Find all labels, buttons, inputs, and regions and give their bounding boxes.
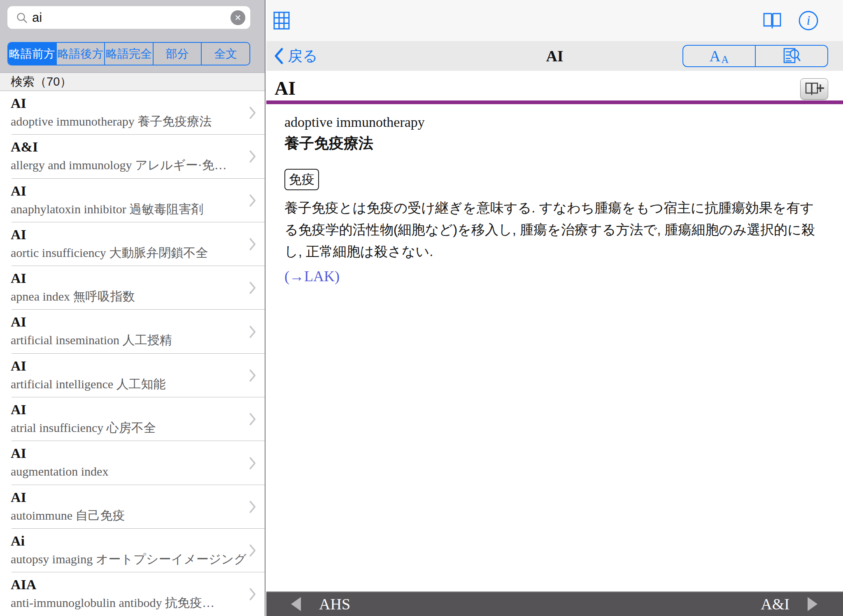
entry-term-english: adoptive immunotherapy <box>284 114 425 130</box>
top-toolbar: i <box>266 0 843 41</box>
clear-search-button[interactable]: ✕ <box>231 10 245 25</box>
next-entry-label: A&I <box>761 595 789 613</box>
result-term: AI <box>11 444 265 462</box>
grid-icon <box>273 11 290 30</box>
search-mode-tab[interactable]: 略語後方 <box>56 43 105 65</box>
result-subtitle: anaphylatoxin inhibitor 過敏毒阻害剤 <box>11 200 246 218</box>
result-row[interactable]: Ai autopsy imaging オートプシーイメージング <box>0 529 265 572</box>
result-term: Ai <box>11 532 265 550</box>
result-term: AI <box>11 94 265 112</box>
entry-pager-bar: AHS A&I <box>266 591 843 616</box>
search-mode-tab[interactable]: 略語完全 <box>104 43 153 65</box>
result-term: AIA <box>11 576 265 594</box>
result-term: AI <box>11 357 265 375</box>
back-label: 戻る <box>288 46 318 66</box>
result-row[interactable]: AI apnea index 無呼吸指数 <box>0 266 265 310</box>
category-tag: 免疫 <box>284 169 319 190</box>
grid-view-button[interactable] <box>273 0 290 41</box>
search-mode-tab[interactable]: 略語前方 <box>8 43 56 65</box>
info-button[interactable]: i <box>798 0 819 41</box>
entry-headword: AI <box>275 77 296 99</box>
font-size-button[interactable]: AA <box>683 46 755 66</box>
search-field[interactable]: ✕ <box>7 6 250 29</box>
prev-arrow-icon <box>291 597 301 611</box>
open-book-icon <box>762 12 782 30</box>
navigation-bar: 戻る AI AA <box>266 41 843 71</box>
back-button[interactable]: 戻る <box>274 41 318 71</box>
result-subtitle: aortic insufficiency 大動脈弁閉鎖不全 <box>11 244 246 262</box>
result-row[interactable]: AI atrial insufficiency 心房不全 <box>0 397 265 441</box>
results-count-label: 検索（70） <box>11 74 72 90</box>
chevron-right-icon <box>249 325 256 338</box>
chevron-right-icon <box>249 413 256 426</box>
chevron-right-icon <box>249 238 256 251</box>
entry-divider-rule <box>266 100 843 104</box>
result-row[interactable]: AI aortic insufficiency 大動脈弁閉鎖不全 <box>0 222 265 266</box>
result-term: AI <box>11 313 265 331</box>
chevron-right-icon <box>249 369 256 382</box>
sidebar: ✕ 略語前方 略語後方 略語完全 部分 全文 検索（70） AI adoptiv… <box>0 0 265 616</box>
results-list: AI adoptive immunotherapy 養子免疫療法 A&I all… <box>0 91 265 616</box>
see-also-link[interactable]: (→LAK) <box>284 268 340 285</box>
app: ✕ 略語前方 略語後方 略語完全 部分 全文 検索（70） AI adoptiv… <box>0 0 843 616</box>
result-term: AI <box>11 488 265 506</box>
bookmarks-button[interactable] <box>762 0 782 41</box>
search-in-page-button[interactable] <box>755 46 827 66</box>
result-subtitle: apnea index 無呼吸指数 <box>11 287 246 306</box>
search-area: ✕ 略語前方 略語後方 略語完全 部分 全文 <box>0 0 265 72</box>
result-subtitle: adoptive immunotherapy 養子免疫療法 <box>11 112 246 131</box>
result-row[interactable]: AIA anti-immunoglobulin antibody 抗免疫… <box>0 572 265 616</box>
book-plus-icon <box>804 82 824 96</box>
next-arrow-icon <box>808 597 817 611</box>
chevron-right-icon <box>249 588 256 601</box>
result-term: AI <box>11 182 265 200</box>
chevron-right-icon <box>249 500 256 513</box>
search-input[interactable] <box>32 10 231 25</box>
result-term: A&I <box>11 138 265 156</box>
result-row[interactable]: AI autoimmune 自己免疫 <box>0 485 265 529</box>
result-subtitle: atrial insufficiency 心房不全 <box>11 419 246 437</box>
result-row[interactable]: AI anaphylatoxin inhibitor 過敏毒阻害剤 <box>0 179 265 222</box>
search-mode-tab[interactable]: 全文 <box>201 43 249 65</box>
prev-entry-label: AHS <box>319 595 350 613</box>
result-subtitle: autoimmune 自己免疫 <box>11 506 246 525</box>
info-icon: i <box>798 10 819 31</box>
previous-entry-button[interactable]: AHS <box>291 595 350 613</box>
font-size-sub-label: A <box>721 54 729 65</box>
next-entry-button[interactable]: A&I <box>761 595 817 613</box>
result-subtitle: artificial intelligence 人工知能 <box>11 375 246 393</box>
nav-button-group: AA <box>682 45 828 67</box>
result-term: AI <box>11 401 265 419</box>
chevron-right-icon <box>249 457 256 470</box>
page-search-icon <box>782 47 801 65</box>
entry-term-japanese: 養子免疫療法 <box>284 133 373 154</box>
chevron-right-icon <box>249 544 256 557</box>
chevron-right-icon <box>249 106 256 119</box>
chevron-right-icon <box>249 194 256 207</box>
chevron-right-icon <box>249 281 256 294</box>
result-row[interactable]: AI artificial intelligence 人工知能 <box>0 354 265 397</box>
clear-icon: ✕ <box>235 13 242 23</box>
results-header: 検索（70） <box>0 72 265 91</box>
entry-content: AI adoptive immunotherapy 養子免疫療法 免疫 養子免疫… <box>266 71 843 591</box>
search-mode-tab[interactable]: 部分 <box>153 43 201 65</box>
result-term: AI <box>11 226 265 244</box>
entry-definition: 養子免疫とは免疫の受け継ぎを意味する. すなわち腫瘍をもつ宿主に抗腫瘍効果を有す… <box>284 197 843 262</box>
result-row[interactable]: AI artificial insemination 人工授精 <box>0 310 265 353</box>
search-mode-tabs: 略語前方 略語後方 略語完全 部分 全文 <box>7 42 250 65</box>
result-row[interactable]: A&I allergy and immunology アレルギー·免… <box>0 135 265 178</box>
search-icon <box>16 12 28 24</box>
result-row[interactable]: AI adoptive immunotherapy 養子免疫療法 <box>0 91 265 135</box>
result-row[interactable]: AI augmentation index <box>0 441 265 485</box>
result-subtitle: artificial insemination 人工授精 <box>11 331 246 349</box>
chevron-right-icon <box>249 150 256 163</box>
result-subtitle: anti-immunoglobulin antibody 抗免疫… <box>11 594 246 612</box>
svg-text:i: i <box>807 13 810 28</box>
result-subtitle: augmentation index <box>11 462 246 481</box>
result-subtitle: allergy and immunology アレルギー·免… <box>11 156 246 174</box>
back-chevron-icon <box>274 47 284 65</box>
result-subtitle: autopsy imaging オートプシーイメージング <box>11 550 246 568</box>
add-bookmark-button[interactable] <box>800 78 828 100</box>
font-size-label: A <box>710 47 721 65</box>
result-term: AI <box>11 269 265 287</box>
